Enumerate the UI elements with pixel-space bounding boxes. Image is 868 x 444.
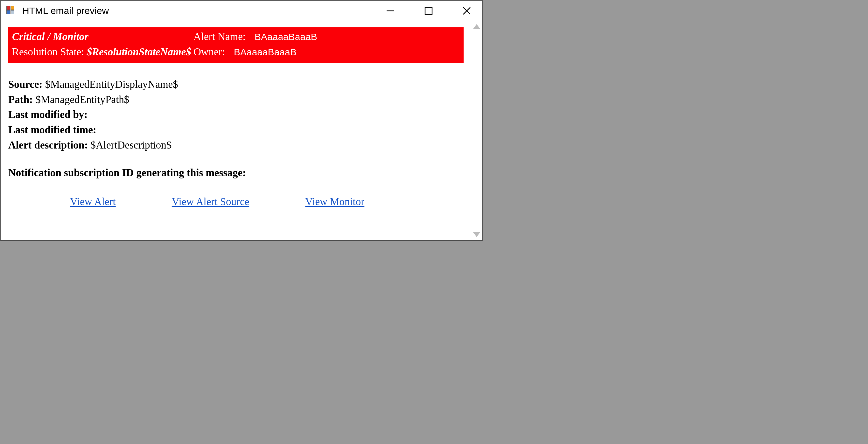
titlebar: HTML email preview [1, 1, 482, 21]
modified-time-label: Last modified time: [8, 124, 96, 135]
source-label: Source: [8, 78, 45, 90]
email-body: Critical / Monitor Alert Name: BAaaaaBaa… [1, 21, 471, 240]
close-button[interactable] [457, 3, 476, 19]
resolution-state-label: Resolution State: [12, 46, 87, 58]
resolution-state-value: $ResolutionStateName$ [87, 46, 191, 58]
window-frame: HTML email preview Critical / Monitor Al… [0, 0, 483, 241]
path-label: Path: [8, 94, 35, 105]
view-alert-link[interactable]: View Alert [70, 196, 116, 208]
alert-name-value: BAaaaaBaaaB [254, 30, 317, 44]
alert-description-label: Alert description: [8, 139, 90, 151]
owner-label: Owner: [193, 44, 234, 60]
window-controls [381, 3, 476, 19]
resolution-state: Resolution State: $ResolutionStateName$ [12, 44, 193, 60]
links-row: View Alert View Alert Source View Monito… [8, 196, 464, 208]
alert-description-value: $AlertDescription$ [90, 139, 172, 151]
app-icon [6, 6, 16, 15]
path-value: $ManagedEntityPath$ [35, 94, 129, 105]
view-alert-source-link[interactable]: View Alert Source [172, 196, 249, 208]
vertical-scrollbar[interactable] [471, 21, 482, 240]
maximize-button[interactable] [419, 3, 438, 19]
svg-rect-1 [425, 7, 432, 14]
view-monitor-link[interactable]: View Monitor [305, 196, 364, 208]
details-block: Source: $ManagedEntityDisplayName$ Path:… [8, 77, 464, 153]
modified-by-label: Last modified by: [8, 109, 88, 120]
window-title: HTML email preview [22, 5, 381, 16]
owner-value: BAaaaaBaaaB [234, 45, 297, 59]
scroll-down-icon[interactable] [473, 232, 480, 237]
alert-name-label: Alert Name: [193, 29, 254, 44]
alert-banner: Critical / Monitor Alert Name: BAaaaaBaa… [8, 27, 464, 63]
subscription-id-label: Notification subscription ID generating … [8, 167, 464, 179]
severity-label: Critical / Monitor [12, 29, 193, 44]
content-wrap: Critical / Monitor Alert Name: BAaaaaBaa… [1, 21, 482, 240]
minimize-button[interactable] [381, 3, 400, 19]
source-value: $ManagedEntityDisplayName$ [45, 78, 178, 90]
scroll-up-icon[interactable] [473, 24, 480, 29]
